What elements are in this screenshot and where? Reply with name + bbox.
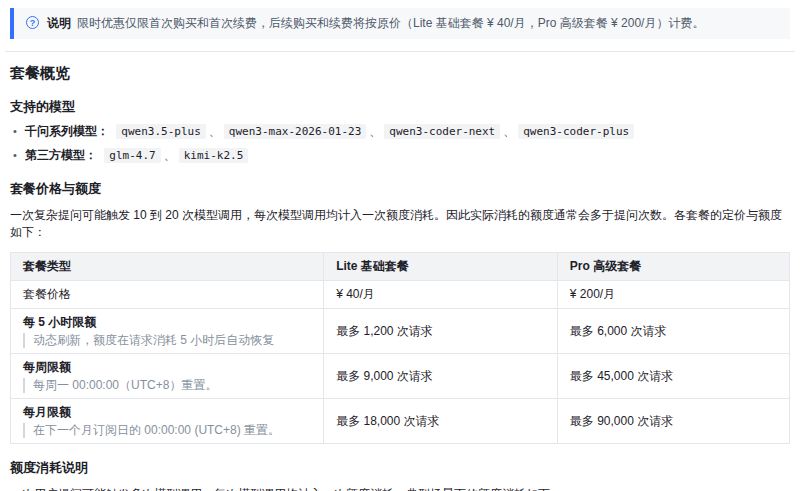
- code-chip: kimi-k2.5: [179, 148, 249, 163]
- section-title-consumption: 额度消耗说明: [10, 459, 790, 477]
- cell-lite-weekly: 最多 9,000 次请求: [324, 354, 558, 399]
- separator: 、: [369, 124, 381, 138]
- separator: 、: [209, 124, 221, 138]
- page-title: 套餐概览: [10, 63, 790, 83]
- list-item-qwen-models: 千问系列模型： qwen3.5-plus、qwen3-max-2026-01-2…: [10, 122, 790, 141]
- code-chip: glm-4.7: [104, 148, 160, 163]
- row-label-price: 套餐价格: [23, 287, 71, 301]
- list-item-thirdparty-models: 第三方模型： glm-4.7、kimi-k2.5: [10, 146, 790, 165]
- cell-pro-price: ¥ 200/月: [557, 281, 789, 309]
- table-row-weekly-limit: 每周限额 每周一 00:00:00（UTC+8）重置。 最多 9,000 次请求…: [11, 354, 790, 399]
- cell-pro-monthly: 最多 90,000 次请求: [557, 399, 789, 444]
- section-title-models: 支持的模型: [10, 98, 790, 116]
- row-label-monthly: 每月限额: [23, 404, 311, 421]
- item-label: 千问系列模型：: [25, 124, 109, 138]
- quota-note-weekly: 每周一 00:00:00（UTC+8）重置。: [23, 378, 311, 393]
- banner-content: 说明限时优惠仅限首次购买和首次续费，后续购买和续费将按原价（Lite 基础套餐 …: [47, 16, 704, 31]
- table-row-5hour-limit: 每 5 小时限额 动态刷新，额度在请求消耗 5 小时后自动恢复 最多 1,200…: [11, 309, 790, 354]
- table-header-pro: Pro 高级套餐: [557, 253, 789, 281]
- table-header-row: 套餐类型 Lite 基础套餐 Pro 高级套餐: [11, 253, 790, 281]
- separator: 、: [503, 124, 515, 138]
- section-title-pricing: 套餐价格与额度: [10, 180, 790, 198]
- table-header-plan-type: 套餐类型: [11, 253, 324, 281]
- table-header-lite: Lite 基础套餐: [324, 253, 558, 281]
- table-row-price: 套餐价格 ¥ 40/月 ¥ 200/月: [11, 281, 790, 309]
- item-label: 第三方模型：: [25, 148, 97, 162]
- table-row-monthly-limit: 每月限额 在下一个月订阅日的 00:00:00 (UTC+8) 重置。 最多 1…: [11, 399, 790, 444]
- quota-note-5hour: 动态刷新，额度在请求消耗 5 小时后自动恢复: [23, 333, 311, 348]
- question-circle-icon: ?: [26, 16, 39, 29]
- pricing-table: 套餐类型 Lite 基础套餐 Pro 高级套餐 套餐价格 ¥ 40/月 ¥ 20…: [10, 252, 790, 444]
- separator: 、: [164, 148, 176, 162]
- page-root: ? 说明限时优惠仅限首次购买和首次续费，后续购买和续费将按原价（Lite 基础套…: [0, 0, 800, 491]
- cell-lite-5hour: 最多 1,200 次请求: [324, 309, 558, 354]
- code-chip: qwen3-max-2026-01-23: [224, 124, 366, 139]
- cell-pro-5hour: 最多 6,000 次请求: [557, 309, 789, 354]
- cell-lite-price: ¥ 40/月: [324, 281, 558, 309]
- section-divider: [5, 51, 795, 52]
- code-chip: qwen3.5-plus: [116, 124, 205, 139]
- cell-lite-monthly: 最多 18,000 次请求: [324, 399, 558, 444]
- code-chip: qwen3-coder-plus: [518, 124, 634, 139]
- consumption-intro: 一次用户提问可能触发多次模型调用，每次模型调用均计入一次额度消耗。典型场景下的额…: [10, 486, 790, 491]
- cell-pro-weekly: 最多 45,000 次请求: [557, 354, 789, 399]
- banner-text: 限时优惠仅限首次购买和首次续费，后续购买和续费将按原价（Lite 基础套餐 ¥ …: [77, 16, 704, 30]
- quota-note-monthly: 在下一个月订阅日的 00:00:00 (UTC+8) 重置。: [23, 423, 311, 438]
- row-label-weekly: 每周限额: [23, 359, 311, 376]
- model-list: 千问系列模型： qwen3.5-plus、qwen3-max-2026-01-2…: [10, 122, 790, 165]
- code-chip: qwen3-coder-next: [384, 124, 500, 139]
- row-label-5hour: 每 5 小时限额: [23, 314, 311, 331]
- info-banner: ? 说明限时优惠仅限首次购买和首次续费，后续购买和续费将按原价（Lite 基础套…: [10, 8, 790, 39]
- banner-label: 说明: [47, 16, 71, 30]
- pricing-intro: 一次复杂提问可能触发 10 到 20 次模型调用，每次模型调用均计入一次额度消耗…: [10, 207, 790, 241]
